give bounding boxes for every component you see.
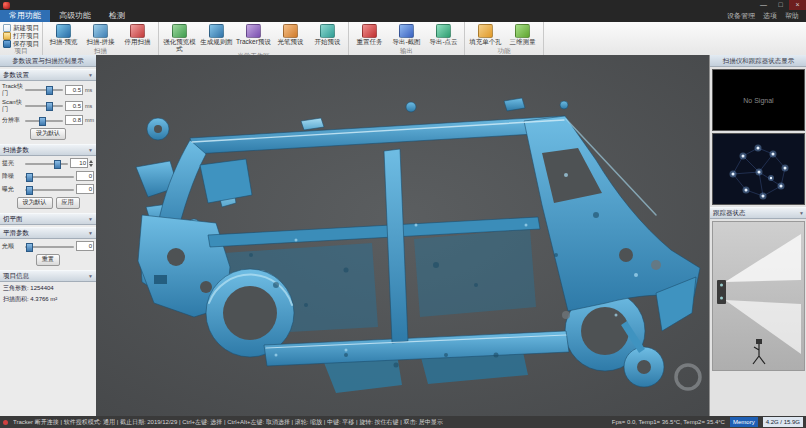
enhanced-preview-button[interactable]: 强化预览模式 (162, 23, 197, 52)
maximize-button[interactable]: □ (772, 0, 789, 10)
scanner-status-title: 扫描仪和跟踪器状态显示 (710, 55, 806, 67)
brightness-spinner[interactable]: 10 (70, 158, 94, 168)
export-pointcloud-button[interactable]: 导出-点云 (426, 23, 461, 46)
menu-device-manager[interactable]: 设备管理 (724, 11, 758, 21)
resolution-slider[interactable] (25, 116, 63, 125)
minimize-button[interactable]: — (755, 0, 772, 10)
reset-task-label: 重置任务 (357, 39, 383, 46)
exposure-slider[interactable] (25, 185, 74, 194)
export-pointcloud-icon (436, 24, 451, 38)
scan-shutter-slider[interactable] (25, 101, 63, 110)
scan-mesh-car-body-frame[interactable] (96, 55, 709, 416)
ribbon-group-tools: 填充单个孔 三维测量 功能 (465, 22, 544, 55)
ribbon-group-project: 新建项目 打开项目 保存项目 项目 (0, 22, 43, 55)
statusbar: Tracker 断开连接 | 软件授权模式: 通用 | 截止日期: 2019/1… (0, 416, 806, 428)
stop-scan-icon (130, 24, 145, 38)
fill-hole-button[interactable]: 填充单个孔 (468, 23, 503, 46)
resolution-value[interactable]: 0.8 (65, 115, 83, 125)
section-header-clip-plane[interactable]: 切平面 ▼ (0, 213, 96, 225)
tracker-status-label: 跟踪器状态 (713, 208, 746, 218)
scanner-status-panel: 扫描仪和跟踪器状态显示 No Signal (709, 55, 806, 416)
exposure-row: 曝光 0 (0, 182, 96, 195)
section-header-params[interactable]: 参数设置 ▼ (0, 69, 96, 81)
section-header-tracker-status[interactable]: 跟踪器状态 ▼ (710, 207, 806, 219)
tracker-disconnected-icon (3, 420, 8, 425)
open-project-button[interactable]: 打开项目 (3, 32, 39, 39)
smoothness-slider[interactable] (25, 242, 74, 251)
scanner-app-window: — □ × 常用功能 高级功能 检测 设备管理 选项 帮助 新建项目 (0, 0, 806, 428)
tab-inspection[interactable]: 检测 (100, 10, 134, 22)
smoothness-value[interactable]: 0 (76, 241, 94, 251)
save-project-button[interactable]: 保存项目 (3, 40, 39, 47)
section-params-label: 参数设置 (3, 70, 29, 80)
slider-handle[interactable] (26, 243, 33, 252)
section-header-project-info[interactable]: 项目信息 ▼ (0, 270, 96, 282)
section-scan-label: 扫描参数 (3, 145, 29, 155)
track-shutter-value[interactable]: 0.5 (65, 85, 83, 95)
resolution-label: 分辨率 (2, 117, 23, 124)
start-preset-button[interactable]: 开始预设 (310, 23, 345, 46)
brightness-value[interactable]: 10 (70, 158, 88, 168)
scan-shutter-label: Scan快门 (2, 99, 23, 112)
spinner-arrows[interactable] (88, 160, 94, 167)
section-header-scan-params[interactable]: 扫描参数 ▼ (0, 144, 96, 156)
export-screenshot-button[interactable]: 导出-截图 (389, 23, 424, 46)
scan-shutter-row: Scan快门 0.5 ms (0, 97, 96, 113)
track-shutter-slider[interactable] (25, 85, 63, 94)
new-project-button[interactable]: 新建项目 (3, 24, 39, 31)
tab-common-functions[interactable]: 常用功能 (0, 10, 50, 22)
spin-up-icon[interactable] (89, 160, 93, 163)
collapse-icon: ▼ (88, 145, 93, 155)
menu-help[interactable]: 帮助 (782, 11, 802, 21)
viewport-3d[interactable] (96, 55, 709, 416)
save-project-label: 保存项目 (13, 40, 39, 47)
export-pointcloud-label: 导出-点云 (429, 39, 457, 46)
reset-task-button[interactable]: 重置任务 (352, 23, 387, 46)
generate-mesh-button[interactable]: 生成规则面 (199, 23, 234, 46)
scan-shutter-value[interactable]: 0.5 (65, 101, 83, 111)
menu-options[interactable]: 选项 (760, 11, 780, 21)
app-logo-icon (3, 2, 10, 9)
reset-task-icon (362, 24, 377, 38)
scan-area-label: 扫描面积: (3, 296, 29, 302)
params-set-default-button[interactable]: 设为默认 (30, 128, 66, 140)
scan-preview-button[interactable]: 扫描-预览 (46, 23, 81, 46)
measure-3d-button[interactable]: 三维测量 (505, 23, 540, 46)
close-button[interactable]: × (789, 0, 806, 10)
menubar: 常用功能 高级功能 检测 设备管理 选项 帮助 (0, 10, 806, 22)
track-shutter-unit: ms (85, 87, 94, 93)
slider-handle[interactable] (39, 117, 46, 126)
exposure-label: 曝光 (2, 186, 23, 193)
spin-down-icon[interactable] (89, 164, 93, 167)
denoise-slider[interactable] (25, 172, 74, 181)
probe-preset-button[interactable]: 光笔预设 (273, 23, 308, 46)
tab-advanced-functions[interactable]: 高级功能 (50, 10, 100, 22)
slider-handle[interactable] (26, 173, 33, 182)
brightness-slider[interactable] (25, 159, 68, 168)
export-screenshot-icon (399, 24, 414, 38)
scan-align-label: 扫描-拼接 (86, 39, 114, 46)
collapse-icon: ▼ (799, 208, 804, 218)
slider-handle[interactable] (54, 160, 61, 169)
smooth-reset-button[interactable]: 重置 (36, 254, 60, 266)
slider-handle[interactable] (46, 86, 53, 95)
slider-handle[interactable] (46, 102, 53, 111)
tracker-fov-visualization (712, 221, 805, 371)
tracker-preset-button[interactable]: Tracker预设 (236, 23, 271, 46)
resolution-row: 分辨率 0.8 mm (0, 113, 96, 126)
section-info-label: 项目信息 (3, 271, 29, 281)
exposure-value[interactable]: 0 (76, 184, 94, 194)
scan-align-button[interactable]: 扫描-拼接 (83, 23, 118, 46)
scan-set-default-button[interactable]: 设为默认 (17, 197, 53, 209)
section-header-smooth[interactable]: 平滑参数 ▼ (0, 227, 96, 239)
ribbon-group-output: 重置任务 导出-截图 导出-点云 输出 (349, 22, 465, 55)
denoise-value[interactable]: 0 (76, 171, 94, 181)
new-project-icon (3, 24, 11, 32)
memory-badge: Memory (730, 417, 758, 427)
scan-apply-button[interactable]: 应用 (56, 197, 80, 209)
stop-scan-button[interactable]: 停用扫描 (120, 23, 155, 46)
tracker-constellation-graphic (713, 134, 804, 202)
slider-handle[interactable] (26, 186, 33, 195)
measure-3d-label: 三维测量 (510, 39, 536, 46)
group-label-output: 输出 (352, 47, 461, 55)
